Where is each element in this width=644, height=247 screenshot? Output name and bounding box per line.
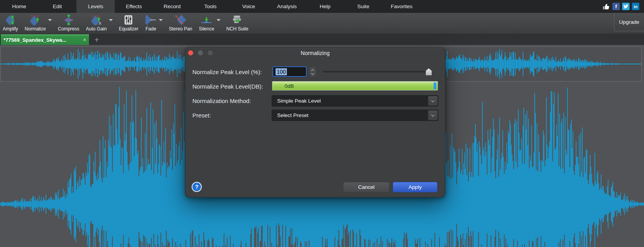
equalizer-icon (123, 14, 133, 25)
peak-percent-slider[interactable] (323, 68, 428, 76)
peak-db-label: Normalize Peak Level(DB): (192, 83, 263, 90)
upgrade-button[interactable]: Upgrade (614, 13, 644, 31)
toolbar-label: Amplify (3, 26, 18, 32)
toolbar-group-auto-gain: AAuto Gain (84, 13, 114, 32)
menu-item-analysis[interactable]: Analysis (268, 0, 306, 13)
silence-icon (201, 14, 212, 25)
slider-track (323, 71, 428, 73)
tab-title: *77569_Spandex_Skywa... (4, 37, 82, 43)
help-icon: ? (195, 184, 199, 190)
preset-chevron-button[interactable] (428, 110, 438, 120)
preset-value: Select Preset (277, 112, 308, 118)
peak-db-handle[interactable] (434, 82, 436, 89)
silence-button[interactable]: Silence (197, 13, 216, 32)
toolbar-group-silence: Silence (197, 13, 222, 32)
equalizer-button[interactable]: Equalizer (117, 13, 140, 32)
toolbar-group-equalizer: Equalizer (117, 13, 140, 32)
toolbar-label: Equalizer (119, 26, 138, 32)
peak-percent-value: 100 (276, 68, 287, 75)
amplify-icon (5, 14, 16, 25)
peak-db-meter[interactable]: 0dB (272, 81, 438, 91)
toolbar-caret-icon[interactable] (48, 19, 52, 21)
peak-percent-input[interactable]: 100 (272, 66, 307, 77)
toolbar-caret-icon[interactable] (159, 19, 163, 21)
menu-item-tools[interactable]: Tools (191, 0, 229, 13)
toolbar-group-compress: Compress (56, 13, 81, 32)
toolbar-group-normalize: Normalize (23, 13, 53, 32)
amplify-button[interactable]: Amplify (1, 13, 20, 32)
menu-item-levels[interactable]: Levels (76, 0, 115, 13)
toolbar-label: Silence (199, 26, 214, 32)
toolbar-ribbon: AmplifyNormalizeCompressAAuto GainEquali… (0, 13, 644, 34)
toolbar-group-nch-suite: NCH Suite (224, 13, 251, 32)
method-label: Normalization Method: (192, 98, 251, 104)
nch-suite-icon (231, 14, 243, 25)
toolbar-label: NCH Suite (226, 26, 249, 32)
auto-gain-button[interactable]: AAuto Gain (84, 13, 109, 32)
linkedin-icon[interactable]: in (632, 3, 639, 10)
menu-item-suite[interactable]: Suite (344, 0, 382, 13)
new-tab-button[interactable]: + (89, 34, 105, 45)
nch-suite-button[interactable]: NCH Suite (224, 13, 251, 32)
normalizing-dialog: Normalizing Normalize Peak Level (%): 10… (185, 48, 445, 197)
method-chevron-button[interactable] (428, 96, 438, 106)
menu-item-home[interactable]: Home (0, 0, 38, 13)
method-value: Simple Peak Level (277, 98, 321, 104)
dialog-title: Normalizing (185, 50, 445, 56)
cancel-button[interactable]: Cancel (343, 182, 389, 192)
normalize-icon (29, 14, 41, 25)
normalize-button[interactable]: Normalize (23, 13, 48, 32)
social-icons: fin (603, 3, 639, 10)
toolbar-group-stereo-pan: Stereo Pan (167, 13, 194, 32)
compress-button[interactable]: Compress (56, 13, 81, 32)
tab-close-icon[interactable]: × (83, 37, 86, 43)
twitter-icon[interactable] (622, 3, 630, 10)
fade-icon (145, 14, 157, 25)
facebook-icon[interactable]: f (612, 3, 620, 10)
stereo-pan-icon (174, 14, 186, 25)
fade-button[interactable]: Fade (143, 13, 158, 32)
toolbar-caret-icon[interactable] (109, 19, 113, 21)
document-tab[interactable]: *77569_Spandex_Skywa... × (1, 34, 89, 45)
method-dropdown[interactable]: Simple Peak Level (272, 96, 438, 106)
peak-percent-stepper[interactable] (309, 67, 316, 77)
menu-item-edit[interactable]: Edit (38, 0, 76, 13)
menu-item-voice[interactable]: Voice (229, 0, 268, 13)
apply-button[interactable]: Apply (393, 182, 437, 192)
chevron-down-icon (431, 113, 434, 116)
wavepad-window: HomeEditLevelsEffectsRecordToolsVoiceAna… (0, 0, 644, 247)
auto-gain-icon: A (91, 14, 102, 25)
toolbar-label: Stereo Pan (169, 26, 192, 32)
toolbar-buttons: AmplifyNormalizeCompressAAuto GainEquali… (1, 13, 253, 34)
tab-bar: *77569_Spandex_Skywa... × + (0, 34, 644, 45)
peak-percent-label: Normalize Peak Level (%): (192, 69, 262, 75)
chevron-down-icon (431, 99, 434, 102)
stereo-pan-button[interactable]: Stereo Pan (167, 13, 194, 32)
slider-knob[interactable] (426, 68, 432, 75)
compress-icon (63, 14, 74, 25)
toolbar-group-fade: Fade (143, 13, 164, 32)
toolbar-caret-icon[interactable] (217, 19, 221, 21)
preset-dropdown[interactable]: Select Preset (272, 110, 438, 121)
menu-bar: HomeEditLevelsEffectsRecordToolsVoiceAna… (0, 0, 644, 13)
toolbar-label: Compress (58, 26, 79, 32)
menu-item-help[interactable]: Help (306, 0, 344, 13)
menu-item-favorites[interactable]: Favorites (382, 0, 421, 13)
menu-item-record[interactable]: Record (153, 0, 191, 13)
svg-text:A: A (99, 21, 101, 25)
toolbar-label: Fade (146, 26, 156, 32)
menu-items: HomeEditLevelsEffectsRecordToolsVoiceAna… (0, 0, 421, 13)
menu-item-effects[interactable]: Effects (115, 0, 153, 13)
toolbar-label: Auto Gain (86, 26, 107, 32)
like-icon[interactable] (603, 3, 610, 10)
stepper-down-icon[interactable] (311, 71, 314, 75)
peak-db-value: 0dB (285, 83, 294, 89)
help-button[interactable]: ? (192, 182, 202, 192)
toolbar-label: Normalize (25, 26, 46, 32)
preset-label: Preset: (192, 112, 211, 119)
toolbar-group-amplify: Amplify (1, 13, 20, 32)
dialog-titlebar: Normalizing (185, 48, 445, 59)
